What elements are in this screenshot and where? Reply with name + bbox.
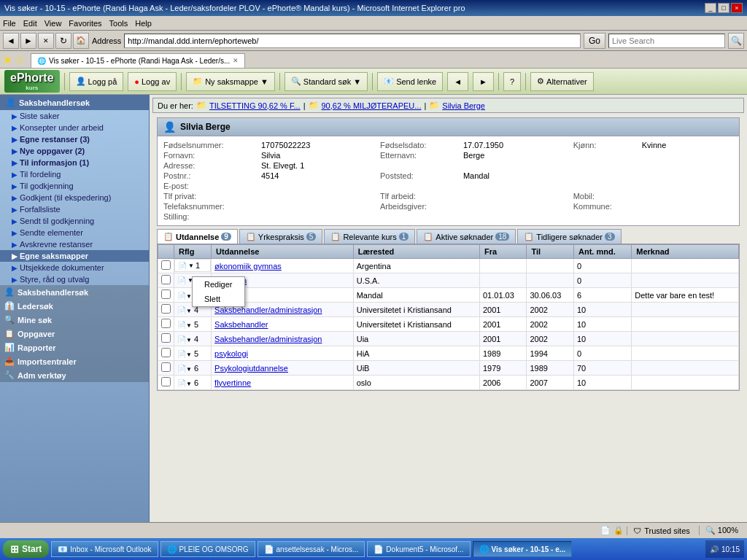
sidebar-item-konsepter[interactable]: ▶ Konsepter under arbeid (0, 122, 149, 133)
nav-prev-button[interactable]: ◄ (447, 72, 468, 91)
taskbar-item-outlook[interactable]: 📧 Inbox - Microsoft Outlook (51, 541, 158, 557)
refresh-button[interactable]: ↻ (55, 33, 71, 49)
row-checkbox[interactable] (158, 361, 174, 376)
sidebar-item-egne-saksmapper[interactable]: ▶ Egne saksmapper (0, 250, 149, 262)
sidebar-section-adm-verktoy[interactable]: 🔧 Adm verktøy (0, 368, 149, 382)
sidebar-section-importsentraler[interactable]: 📥 Importsentraler (0, 354, 149, 368)
sidebar-item-sendt-til-godkjenning[interactable]: ▶ Sendt til godkjenning (0, 215, 149, 227)
menu-edit[interactable]: Edit (23, 19, 37, 28)
row-til: 2002 (527, 317, 574, 332)
row-utdannelse[interactable]: Saksbehandler/administrasjon (212, 332, 354, 346)
sidebar-item-til-fordeling[interactable]: ▶ Til fordeling (0, 168, 149, 180)
address-input[interactable] (124, 34, 581, 48)
home-button[interactable]: 🏠 (73, 33, 89, 49)
sidebar-item-til-godkjenning[interactable]: ▶ Til godkjenning (0, 180, 149, 192)
stop-button[interactable]: ✕ (38, 33, 54, 49)
sidebar-item-sendte-elementer[interactable]: ▶ Sendte elementer (0, 227, 149, 238)
browser-tab[interactable]: 🌐 Vis søker - 10-15 - ePhorte (Randi Hag… (31, 53, 245, 68)
tab-relevante-kurs-icon: 📋 (330, 232, 341, 241)
standard-sok-button[interactable]: 🔍 Standard søk ▼ (285, 72, 368, 91)
logg-av-button[interactable]: ● Logg av (128, 72, 177, 91)
row-utdannelse[interactable]: psykologi (212, 346, 354, 361)
sidebar-section-mine-sok[interactable]: 🔍 Mine søk (0, 313, 149, 327)
context-menu-slett[interactable]: Slett (193, 292, 244, 306)
row-utdannelse[interactable]: flyvertinne (212, 376, 354, 390)
sidebar-item-nye-oppgaver[interactable]: ▶ Nye oppgaver (2) (0, 145, 149, 157)
row-utdannelse[interactable]: økonomiik gymnas (212, 259, 354, 273)
breadcrumb-item-2[interactable]: 90,62 % MILJØTERAPEU... (322, 101, 422, 110)
row-select-checkbox[interactable] (161, 377, 171, 386)
row-checkbox[interactable] (158, 303, 174, 317)
row-checkbox[interactable] (158, 259, 174, 273)
row-checkbox[interactable] (158, 317, 174, 332)
taskbar-item-pleie[interactable]: 🌐 PLEIE OG OMSORG (160, 541, 255, 557)
menu-tools[interactable]: Tools (109, 19, 128, 28)
context-menu-rediger[interactable]: Rediger (193, 277, 244, 292)
logg-paa-button[interactable]: 👤 Logg på (69, 72, 124, 91)
close-button[interactable]: × (731, 3, 743, 13)
tab-relevante-kurs[interactable]: 📋 Relevante kurs 1 (324, 229, 415, 244)
row-select-checkbox[interactable] (161, 348, 171, 357)
maximize-button[interactable]: □ (718, 3, 729, 13)
sidebar-item-forfallsliste[interactable]: ▶ Forfallsliste (0, 203, 149, 215)
section-icon: 📥 (4, 357, 15, 366)
back-button[interactable]: ◄ (3, 33, 19, 49)
tab-aktive-soknader[interactable]: 📋 Aktive søknader 18 (417, 229, 516, 244)
minimize-button[interactable]: _ (705, 3, 716, 13)
sidebar-section-rapporter[interactable]: 📊 Rapporter (0, 341, 149, 354)
row-select-checkbox[interactable] (161, 319, 171, 328)
row-checkbox[interactable] (158, 288, 174, 303)
row-checkbox[interactable] (158, 346, 174, 361)
nav-next-button[interactable]: ► (473, 72, 494, 91)
sidebar-item-avskrevne-restanser[interactable]: ▶ Avskrevne restanser (0, 238, 149, 250)
go-button[interactable]: Go (584, 33, 605, 49)
row-checkbox[interactable] (158, 332, 174, 346)
sidebar-section-ledersok[interactable]: 👔 Ledersøk (0, 299, 149, 313)
row-select-checkbox[interactable] (161, 260, 171, 270)
sidebar-item-utsjekkede-dokumenter[interactable]: ▶ Utsjekkede dokumenter (0, 262, 149, 273)
row-select-checkbox[interactable] (161, 333, 171, 343)
sidebar-item-egne-restanser[interactable]: ▶ Egne restanser (3) (0, 133, 149, 145)
sidebar-item-styre[interactable]: ▶ Styre, råd og utvalg (0, 273, 149, 285)
breadcrumb-item-1[interactable]: TILSETTING 90,62 % F... (209, 101, 301, 110)
tab-yrkespraksis[interactable]: 📋 Yrkespraksis 5 (239, 229, 323, 244)
taskbar-item-dokument[interactable]: 📄 Dokument5 - Microsof... (367, 541, 470, 557)
alternativer-button[interactable]: ⚙ Alternativer (530, 72, 594, 91)
tab-utdannelse-label: Utdannelse (176, 233, 219, 241)
menu-favorites[interactable]: Favorites (69, 19, 101, 28)
sidebar-item-til-informasjon[interactable]: ▶ Til informasjon (1) (0, 157, 149, 168)
row-utdannelse[interactable]: Saksbehandler (212, 317, 354, 332)
row-utdannelse[interactable]: Psykologiutdannelse (212, 361, 354, 376)
sidebar-section-oppgaver[interactable]: 📋 Oppgaver (0, 327, 149, 341)
add-favorites-star[interactable]: ★ (3, 54, 12, 66)
start-button[interactable]: ⊞ Start (3, 540, 49, 558)
row-select-checkbox[interactable] (161, 275, 171, 284)
sidebar-section-saksbehandlersok[interactable]: 👤 Saksbehandlersøk (0, 285, 149, 299)
ny-saksmappe-button[interactable]: 📁 Ny saksmappe ▼ (186, 72, 275, 91)
favorites-manage-star[interactable]: ☆ (15, 54, 25, 66)
menu-view[interactable]: View (44, 19, 62, 28)
context-menu[interactable]: Rediger Slett (192, 276, 245, 307)
sidebar-item-godkjent[interactable]: ▶ Godkjent (til ekspedering) (0, 192, 149, 203)
tab-close-icon[interactable]: ✕ (233, 57, 239, 64)
taskbar-item-ansettelse[interactable]: 📄 ansettelsessak - Micros... (258, 541, 365, 557)
row-select-checkbox[interactable] (161, 289, 171, 299)
menu-help[interactable]: Help (135, 19, 152, 28)
row-select-checkbox[interactable] (161, 304, 171, 314)
trusted-label: Trusted sites (644, 526, 690, 535)
row-checkbox[interactable] (158, 376, 174, 390)
tab-tidligere-soknader[interactable]: 📋 Tidligere søknader 3 (517, 229, 621, 244)
tab-utdannelse[interactable]: 📋 Utdannelse 9 (157, 229, 238, 244)
taskbar-item-vissokjer[interactable]: 🌐 Vis søker - 10-15 - e... (473, 541, 573, 557)
row-select-checkbox[interactable] (161, 362, 171, 372)
row-checkbox[interactable] (158, 273, 174, 288)
sidebar-item-siste-saker[interactable]: ▶ Siste saker (0, 110, 149, 122)
search-input[interactable] (608, 34, 725, 48)
help-button[interactable]: ? (503, 72, 521, 91)
breadcrumb-item-3[interactable]: Silvia Berge (442, 101, 485, 110)
forward-button[interactable]: ► (20, 33, 36, 49)
search-button[interactable]: 🔍 (728, 33, 744, 49)
send-lenke-button[interactable]: 📧 Send lenke (377, 72, 443, 91)
title-controls[interactable]: _ □ × (705, 3, 743, 13)
menu-file[interactable]: File (3, 19, 16, 28)
